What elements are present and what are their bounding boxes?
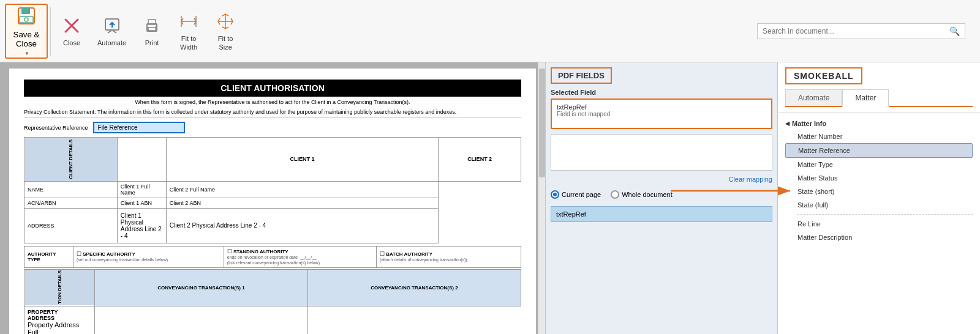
doc-privacy: Privacy Collection Statement: The inform… [24,109,521,118]
client2-header: CLIENT 2 [439,138,521,182]
txt-ref-field[interactable]: txtRepRef [551,206,772,222]
client1-header: CLIENT 1 [166,138,438,182]
print-label: Print [145,39,159,47]
pdf-fields-panel: PDF FIELDS Selected Field txtRepRef Fiel… [545,62,778,334]
matter-item-matter-status[interactable]: Matter Status [785,171,973,185]
client2-abn: Client 2 ABN [166,198,438,208]
fit-to-width-icon [178,10,200,32]
property-details-label: TION DETAILS [24,269,95,306]
client-table: CLIENT DETAILS CLIENT 1 CLIENT 2 NAME Cl… [24,137,521,243]
col-label [117,138,166,182]
pdf-panel-title-container: PDF FIELDS [551,67,772,84]
radio-whole-label: Whole document [622,191,673,198]
doc-title: CLIENT AUTHORISATION [24,80,521,97]
clear-mapping-link[interactable]: Clear mapping [551,176,772,183]
conveyancing-table: TION DETAILS CONVEYANCING TRANSACTION(S)… [24,269,521,334]
document-scrollbar[interactable] [538,62,545,334]
selected-field-label: Selected Field [551,89,772,96]
matter-item-state-full[interactable]: State (full) [785,198,973,212]
selected-field-box: txtRepRef Field is not mapped [551,98,772,129]
radio-current-dot [553,193,557,196]
smokeball-content: ◀ Matter Info Matter Number Matter Refer… [778,113,980,334]
document-viewer: CLIENT AUTHORISATION When this form is s… [0,62,545,334]
automate-label: Automate [97,39,126,47]
table-row: ACN/ARBN Client 1 ABN Client 2 ABN [24,198,521,208]
fit-to-size-button[interactable]: Fit toSize [207,4,244,59]
smokeball-tabs: Automate Matter [785,89,973,107]
radio-current-circle [551,190,559,199]
smokeball-title: SMOKEBALL [785,67,862,84]
toolbar-divider-1 [50,7,51,56]
matter-item-state-short[interactable]: State (short) [785,185,973,198]
table-row: ADDRESS Client 1 Physical Address Line 2… [24,208,521,243]
client1-abn: Client 1 ABN [117,198,166,208]
selected-field-section: Selected Field txtRepRef Field is not ma… [551,89,772,129]
main-layout: CLIENT AUTHORISATION When this form is s… [0,62,980,334]
svg-rect-10 [148,28,156,31]
table-row: NAME Client 1 Full Name Client 2 Full Na… [24,181,521,198]
fit-to-width-button[interactable]: Fit toWidth [170,4,207,59]
row-label: ACN/ARBN [24,198,118,208]
document-page: CLIENT AUTHORISATION When this form is s… [9,69,536,334]
fit-to-size-icon [214,10,236,32]
matter-item-matter-type[interactable]: Matter Type [785,158,973,171]
matter-item-matter-reference[interactable]: Matter Reference [785,143,973,158]
print-icon [141,15,163,37]
toolbar: Save &Close ▼ Close Automate [0,0,980,62]
tab-automate[interactable]: Automate [785,89,842,106]
automate-icon [101,15,123,37]
conveyancing-header: TION DETAILS CONVEYANCING TRANSACTION(S)… [24,269,521,306]
smokeball-panel: SMOKEBALL Automate Matter ◀ Matter Info … [778,62,980,334]
client-details-label: CLIENT DETAILS [24,138,118,182]
svg-point-11 [156,25,157,27]
conv1-header: CONVEYANCING TRANSACTION(S) 1 [94,269,307,306]
radio-whole-doc[interactable]: Whole document [611,190,673,199]
close-label: Close [63,39,80,47]
authority-type-label: AUTHORITY TYPE [24,246,74,267]
dropdown-arrow: ▼ [24,51,29,56]
rep-ref-input[interactable]: File Reference [93,122,185,133]
automate-button[interactable]: Automate [90,4,134,59]
save-close-icon [17,6,36,28]
selected-field-name: txtRepRef [557,103,766,111]
save-close-button[interactable]: Save &Close ▼ [5,4,48,59]
matter-item-matter-description[interactable]: Matter Description [785,231,973,244]
client1-address: Client 1 Physical Address Line 2 - 4 [117,208,166,243]
doc-subtitle: When this form is signed, the Representa… [24,99,521,105]
matter-divider [797,214,973,215]
close-button[interactable]: Close [53,4,90,59]
client1-name: Client 1 Full Name [117,181,166,198]
rep-ref-row: Representative Reference File Reference [24,122,521,133]
print-button[interactable]: Print [134,4,170,59]
fit-to-width-label: Fit toWidth [180,35,197,51]
radio-whole-circle [611,190,619,199]
smokeball-header: SMOKEBALL Automate Matter [778,62,980,113]
prop-address-c2 [94,306,307,334]
conv2-header: CONVEYANCING TRANSACTION(S) 2 [307,269,521,306]
matter-item-matter-number[interactable]: Matter Number [785,130,973,143]
rep-ref-label: Representative Reference [24,125,88,131]
save-close-label: Save &Close [13,30,40,48]
svg-rect-1 [21,8,30,14]
pdf-panel-title: PDF FIELDS [551,67,612,84]
tab-matter[interactable]: Matter [842,89,889,107]
svg-point-3 [24,18,28,21]
selected-field-note: Field is not mapped [557,111,766,117]
clear-mapping-container: Clear mapping [551,176,772,183]
matter-section-header: ◀ Matter Info [785,117,973,130]
radio-row: Current page Whole document [551,190,772,199]
radio-current-label: Current page [562,191,601,198]
collapse-icon: ◀ [785,121,790,127]
authority-row: AUTHORITY TYPE ☐ SPECIFIC AUTHORITY (set… [24,246,521,267]
batch-authority: ☐ BATCH AUTHORITY (attach details of con… [376,246,521,267]
row-label: NAME [24,181,118,198]
matter-item-re-line[interactable]: Re Line [785,217,973,231]
prop-address: PROPERTYADDRESS Property Address Full [24,306,95,334]
specific-authority: ☐ SPECIFIC AUTHORITY (set out conveyanci… [74,246,224,267]
close-icon [61,15,83,37]
matter-section-label: Matter Info [792,120,826,127]
property-row: PROPERTYADDRESS Property Address Full [24,306,521,334]
radio-current-page[interactable]: Current page [551,190,601,199]
search-input[interactable] [763,27,949,35]
row-label: ADDRESS [24,208,118,243]
